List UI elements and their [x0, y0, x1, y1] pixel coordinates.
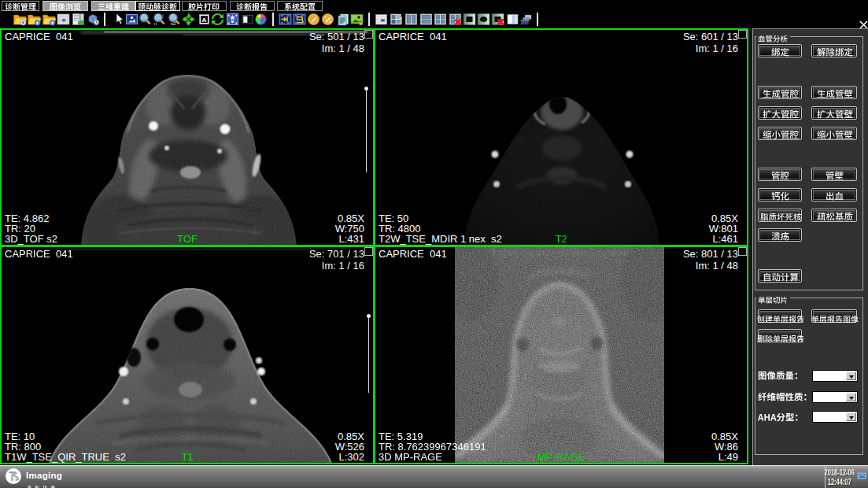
svg-text:A: A — [202, 17, 207, 24]
svg-text:x2: x2 — [171, 21, 176, 26]
